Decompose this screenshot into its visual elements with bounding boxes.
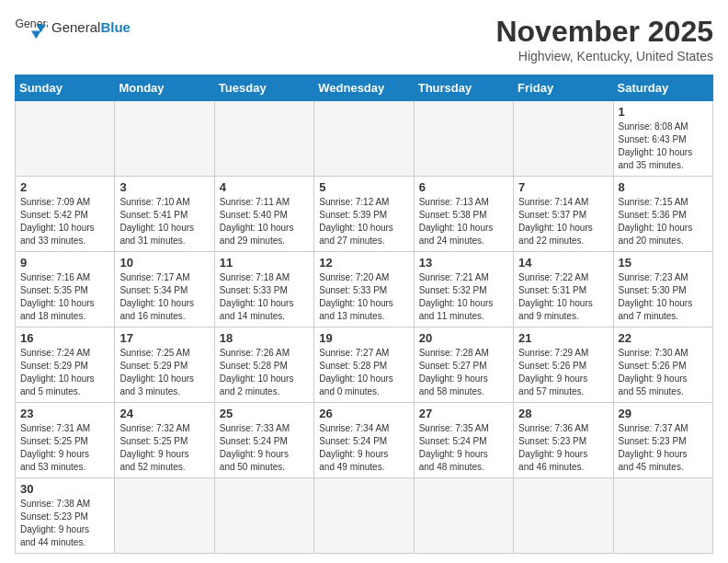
day-info: Sunrise: 7:17 AM Sunset: 5:34 PM Dayligh… xyxy=(119,271,209,323)
day-info: Sunrise: 7:23 AM Sunset: 5:30 PM Dayligh… xyxy=(619,271,708,323)
day-info: Sunrise: 7:32 AM Sunset: 5:25 PM Dayligh… xyxy=(119,422,209,474)
calendar-cell: 6Sunrise: 7:13 AM Sunset: 5:38 PM Daylig… xyxy=(414,177,513,252)
calendar-table: SundayMondayTuesdayWednesdayThursdayFrid… xyxy=(15,75,713,554)
calendar-cell: 4Sunrise: 7:11 AM Sunset: 5:40 PM Daylig… xyxy=(214,177,313,252)
day-info: Sunrise: 7:16 AM Sunset: 5:35 PM Dayligh… xyxy=(20,271,109,323)
weekday-header-sunday: Sunday xyxy=(16,75,115,101)
calendar-cell: 24Sunrise: 7:32 AM Sunset: 5:25 PM Dayli… xyxy=(115,403,214,478)
day-number: 28 xyxy=(518,407,608,420)
calendar-cell: 7Sunrise: 7:14 AM Sunset: 5:37 PM Daylig… xyxy=(514,177,613,252)
calendar-cell: 21Sunrise: 7:29 AM Sunset: 5:26 PM Dayli… xyxy=(514,327,613,403)
calendar-cell: 28Sunrise: 7:36 AM Sunset: 5:23 PM Dayli… xyxy=(514,403,613,478)
calendar-cell xyxy=(414,101,513,177)
calendar-cell: 19Sunrise: 7:27 AM Sunset: 5:28 PM Dayli… xyxy=(314,327,414,403)
day-info: Sunrise: 7:21 AM Sunset: 5:32 PM Dayligh… xyxy=(419,271,508,323)
day-number: 10 xyxy=(119,256,209,270)
day-info: Sunrise: 7:26 AM Sunset: 5:28 PM Dayligh… xyxy=(220,347,309,398)
day-info: Sunrise: 7:30 AM Sunset: 5:26 PM Dayligh… xyxy=(619,347,708,398)
calendar-cell: 12Sunrise: 7:20 AM Sunset: 5:33 PM Dayli… xyxy=(314,252,414,327)
weekday-header-monday: Monday xyxy=(115,75,214,101)
logo: General GeneralBlue xyxy=(15,15,131,40)
day-info: Sunrise: 7:11 AM Sunset: 5:40 PM Dayligh… xyxy=(220,196,309,247)
calendar-cell xyxy=(115,101,214,177)
logo-icon: General xyxy=(15,15,48,40)
day-info: Sunrise: 7:09 AM Sunset: 5:42 PM Dayligh… xyxy=(20,196,109,247)
day-info: Sunrise: 7:13 AM Sunset: 5:38 PM Dayligh… xyxy=(419,196,508,247)
calendar-cell: 9Sunrise: 7:16 AM Sunset: 5:35 PM Daylig… xyxy=(16,252,115,327)
day-info: Sunrise: 7:10 AM Sunset: 5:41 PM Dayligh… xyxy=(119,196,209,247)
day-number: 2 xyxy=(20,180,109,194)
calendar-cell xyxy=(214,478,313,554)
calendar-week-row: 16Sunrise: 7:24 AM Sunset: 5:29 PM Dayli… xyxy=(16,327,713,403)
calendar-cell: 2Sunrise: 7:09 AM Sunset: 5:42 PM Daylig… xyxy=(16,177,115,252)
calendar-cell: 23Sunrise: 7:31 AM Sunset: 5:25 PM Dayli… xyxy=(16,403,115,478)
weekday-header-tuesday: Tuesday xyxy=(214,75,313,101)
day-number: 30 xyxy=(20,482,109,496)
calendar-cell xyxy=(613,478,712,554)
day-info: Sunrise: 7:20 AM Sunset: 5:33 PM Dayligh… xyxy=(319,271,408,323)
day-number: 16 xyxy=(20,331,109,345)
calendar-cell: 25Sunrise: 7:33 AM Sunset: 5:24 PM Dayli… xyxy=(214,403,313,478)
calendar-cell xyxy=(314,478,414,554)
month-title: November 2025 xyxy=(495,15,713,49)
calendar-cell: 14Sunrise: 7:22 AM Sunset: 5:31 PM Dayli… xyxy=(514,252,613,327)
day-info: Sunrise: 7:34 AM Sunset: 5:24 PM Dayligh… xyxy=(319,422,408,474)
day-number: 7 xyxy=(518,180,608,194)
day-info: Sunrise: 8:08 AM Sunset: 6:43 PM Dayligh… xyxy=(619,121,708,172)
calendar-cell: 26Sunrise: 7:34 AM Sunset: 5:24 PM Dayli… xyxy=(314,403,414,478)
weekday-header-saturday: Saturday xyxy=(613,75,712,101)
weekday-header-thursday: Thursday xyxy=(414,75,513,101)
day-number: 6 xyxy=(419,180,508,194)
calendar-cell: 17Sunrise: 7:25 AM Sunset: 5:29 PM Dayli… xyxy=(115,327,214,403)
calendar-week-row: 23Sunrise: 7:31 AM Sunset: 5:25 PM Dayli… xyxy=(16,403,713,478)
day-number: 26 xyxy=(319,407,408,420)
day-number: 8 xyxy=(619,180,708,194)
day-info: Sunrise: 7:15 AM Sunset: 5:36 PM Dayligh… xyxy=(619,196,708,247)
day-number: 18 xyxy=(220,331,309,345)
calendar-week-row: 30Sunrise: 7:38 AM Sunset: 5:23 PM Dayli… xyxy=(16,478,713,554)
calendar-cell: 1Sunrise: 8:08 AM Sunset: 6:43 PM Daylig… xyxy=(613,101,712,177)
calendar-cell: 15Sunrise: 7:23 AM Sunset: 5:30 PM Dayli… xyxy=(613,252,712,327)
day-number: 20 xyxy=(419,331,508,345)
day-number: 3 xyxy=(119,180,209,194)
calendar-cell xyxy=(314,101,414,177)
calendar-cell xyxy=(514,478,613,554)
day-number: 4 xyxy=(220,180,309,194)
day-info: Sunrise: 7:31 AM Sunset: 5:25 PM Dayligh… xyxy=(20,422,109,474)
calendar-cell: 22Sunrise: 7:30 AM Sunset: 5:26 PM Dayli… xyxy=(613,327,712,403)
calendar-cell: 29Sunrise: 7:37 AM Sunset: 5:23 PM Dayli… xyxy=(613,403,712,478)
day-info: Sunrise: 7:25 AM Sunset: 5:29 PM Dayligh… xyxy=(119,347,209,398)
logo-text: GeneralBlue xyxy=(51,20,131,36)
calendar-cell: 5Sunrise: 7:12 AM Sunset: 5:39 PM Daylig… xyxy=(314,177,414,252)
day-info: Sunrise: 7:38 AM Sunset: 5:23 PM Dayligh… xyxy=(20,498,109,549)
calendar-week-row: 1Sunrise: 8:08 AM Sunset: 6:43 PM Daylig… xyxy=(16,101,713,177)
calendar-cell xyxy=(16,101,115,177)
day-info: Sunrise: 7:22 AM Sunset: 5:31 PM Dayligh… xyxy=(518,271,608,323)
day-number: 9 xyxy=(20,256,109,270)
weekday-header-wednesday: Wednesday xyxy=(314,75,414,101)
calendar-cell: 27Sunrise: 7:35 AM Sunset: 5:24 PM Dayli… xyxy=(414,403,513,478)
calendar-cell: 30Sunrise: 7:38 AM Sunset: 5:23 PM Dayli… xyxy=(16,478,115,554)
title-block: November 2025 Highview, Kentucky, United… xyxy=(495,15,713,63)
calendar-cell: 10Sunrise: 7:17 AM Sunset: 5:34 PM Dayli… xyxy=(115,252,214,327)
weekday-header-friday: Friday xyxy=(514,75,613,101)
location: Highview, Kentucky, United States xyxy=(495,49,713,63)
day-number: 25 xyxy=(220,407,309,420)
day-number: 27 xyxy=(419,407,508,420)
day-number: 1 xyxy=(619,105,708,119)
calendar-cell xyxy=(514,101,613,177)
day-number: 22 xyxy=(619,331,708,345)
day-info: Sunrise: 7:28 AM Sunset: 5:27 PM Dayligh… xyxy=(419,347,508,398)
calendar-cell: 16Sunrise: 7:24 AM Sunset: 5:29 PM Dayli… xyxy=(16,327,115,403)
calendar-cell: 11Sunrise: 7:18 AM Sunset: 5:33 PM Dayli… xyxy=(214,252,313,327)
day-info: Sunrise: 7:29 AM Sunset: 5:26 PM Dayligh… xyxy=(518,347,608,398)
day-info: Sunrise: 7:24 AM Sunset: 5:29 PM Dayligh… xyxy=(20,347,109,398)
weekday-header-row: SundayMondayTuesdayWednesdayThursdayFrid… xyxy=(16,75,713,101)
day-info: Sunrise: 7:35 AM Sunset: 5:24 PM Dayligh… xyxy=(419,422,508,474)
calendar-cell xyxy=(214,101,313,177)
day-info: Sunrise: 7:36 AM Sunset: 5:23 PM Dayligh… xyxy=(518,422,608,474)
day-number: 19 xyxy=(319,331,408,345)
day-number: 29 xyxy=(619,407,708,420)
day-info: Sunrise: 7:37 AM Sunset: 5:23 PM Dayligh… xyxy=(619,422,708,474)
day-info: Sunrise: 7:18 AM Sunset: 5:33 PM Dayligh… xyxy=(220,271,309,323)
